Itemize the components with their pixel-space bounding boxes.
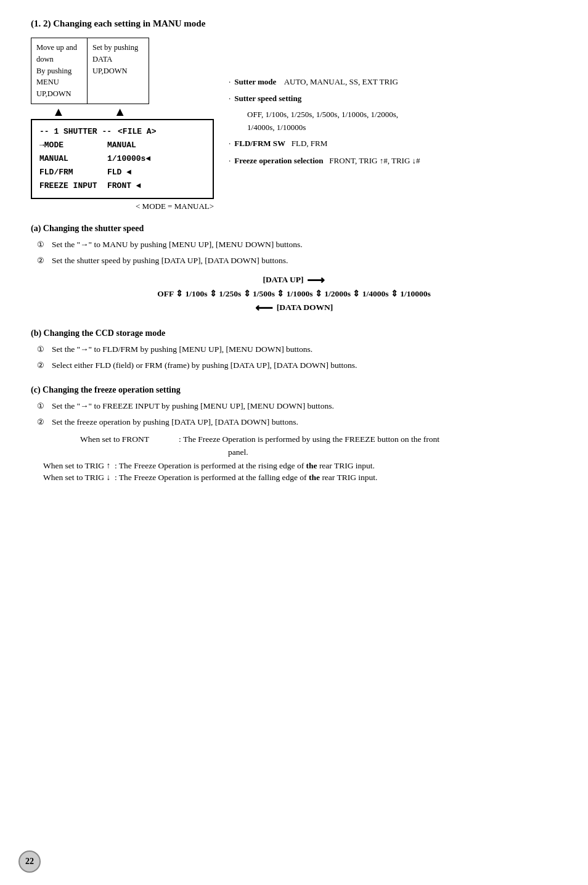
subsection-b-heading: (b) Changing the CCD storage mode	[31, 328, 557, 338]
when-set-front: When set to FRONT : The Freeze Operation…	[31, 433, 557, 459]
when-set-trig-down: When set to TRIG ↓ : The Freeze Operatio…	[31, 473, 557, 483]
note-shutter-speed: · Sutter speed setting	[229, 91, 557, 105]
label-box-data: Set by pushing DATA UP,DOWN	[88, 38, 149, 104]
diagram: Move up and down By pushing MENU UP,DOWN…	[31, 38, 557, 211]
data-down-line: ⟵ [DATA DOWN]	[31, 300, 557, 315]
page-number: 22	[18, 850, 41, 873]
arrow-menu-down: ▲	[52, 105, 65, 118]
step-a2: ② Set the shutter speed by pushing [DATA…	[37, 255, 557, 267]
data-sequence-line: OFF ⇕ 1/100s ⇕ 1/250s ⇕ 1/500s ⇕ 1/1000s…	[31, 288, 557, 299]
note-shutter-speed-values: OFF, 1/100s, 1/250s, 1/500s, 1/1000s, 1/…	[229, 108, 557, 121]
subsection-b: (b) Changing the CCD storage mode ① Set …	[31, 328, 557, 372]
section-heading: (1. 2) Changing each setting in MANU mod…	[31, 18, 557, 29]
step-b1: ① Set the "→" to FLD/FRM by pushing [MEN…	[37, 343, 557, 356]
subsection-c-steps: ① Set the "→" to FREEZE INPUT by pushing…	[31, 400, 557, 429]
label-box-menu: Move up and down By pushing MENU UP,DOWN	[31, 38, 88, 104]
note-freeze-op: · Freeze operation selection FRONT, TRIG…	[229, 153, 557, 168]
data-up-line: [DATA UP] ⟶	[31, 272, 557, 287]
note-shutter-speed-values2: 1/4000s, 1/10000s	[229, 121, 557, 134]
arrow-data-down: ▲	[114, 105, 126, 118]
subsection-b-steps: ① Set the "→" to FLD/FRM by pushing [MEN…	[31, 343, 557, 372]
subsection-a: (a) Changing the shutter speed ① Set the…	[31, 224, 557, 315]
note-shutter-mode: · Sutter mode AUTO, MANUAL, SS, EXT TRIG	[229, 75, 557, 89]
note-fld-frm: · FLD/FRM SW FLD, FRM	[229, 136, 557, 150]
mode-label: < MODE = MANUAL>	[136, 202, 214, 211]
step-c2: ② Set the freeze operation by pushing [D…	[37, 416, 557, 428]
data-flow-diagram: [DATA UP] ⟶ OFF ⇕ 1/100s ⇕ 1/250s ⇕ 1/50…	[31, 272, 557, 315]
step-a1: ① Set the "→" to MANU by pushing [MENU U…	[37, 239, 557, 251]
page-content: (1. 2) Changing each setting in MANU mod…	[31, 18, 557, 483]
subsection-c: (c) Changing the freeze operation settin…	[31, 385, 557, 483]
when-set-trig-up: When set to TRIG ↑ : The Freeze Operatio…	[31, 461, 557, 471]
subsection-a-heading: (a) Changing the shutter speed	[31, 224, 557, 234]
step-c1: ① Set the "→" to FREEZE INPUT by pushing…	[37, 400, 557, 412]
subsection-c-heading: (c) Changing the freeze operation settin…	[31, 385, 557, 395]
screen-display: -- 1 SHUTTER -- <FILE A> →MODE MANUAL MA…	[31, 119, 214, 199]
right-notes: · Sutter mode AUTO, MANUAL, SS, EXT TRIG…	[229, 38, 557, 170]
step-b2: ② Select either FLD (field) or FRM (fram…	[37, 359, 557, 372]
subsection-a-steps: ① Set the "→" to MANU by pushing [MENU U…	[31, 239, 557, 267]
